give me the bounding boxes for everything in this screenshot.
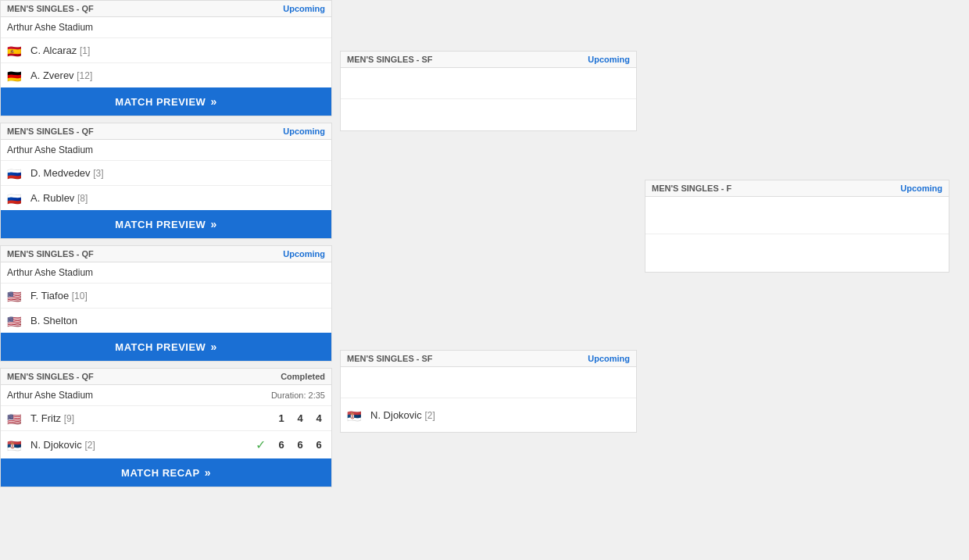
player-5-name: F. Tiafoe [10]	[30, 290, 325, 301]
btn-arrows-4: »	[205, 466, 211, 479]
score-8-2: 6	[294, 439, 306, 451]
sf2-status: Upcoming	[588, 354, 630, 363]
player-4-name: A. Rublev [8]	[30, 192, 325, 204]
f1-round: MEN'S SINGLES - F	[652, 184, 731, 193]
match-1-round: MEN'S SINGLES - QF	[7, 4, 94, 13]
qf-match-4: MEN'S SINGLES - QF Completed Arthur Ashe…	[0, 368, 332, 487]
match-1-player-1: 🇪🇸 C. Alcaraz [1]	[1, 38, 331, 63]
flag-us-3: 🇺🇸	[7, 413, 24, 424]
f1-player-2	[645, 234, 949, 272]
f1-players	[645, 196, 949, 273]
match-4-player-2: 🇷🇸 N. Djokovic [2] ✓ 6 6 6	[1, 431, 331, 458]
player-7-name: T. Fritz [9]	[30, 412, 269, 424]
sf1-status: Upcoming	[588, 55, 630, 64]
btn-arrows-3: »	[210, 341, 216, 353]
sf2-p2-seed: [2]	[424, 410, 434, 421]
sf1-players	[340, 67, 637, 131]
match-3-status: Upcoming	[283, 249, 325, 259]
sf1-player-2	[341, 99, 636, 130]
score-7-3: 4	[313, 412, 325, 424]
match-4-duration: Duration: 2:35	[271, 391, 325, 400]
flag-us-1: 🇺🇸	[7, 291, 24, 301]
match-4-venue-row: Arthur Ashe Stadium Duration: 2:35	[1, 385, 331, 406]
middle-column: MEN'S SINGLES - SF Upcoming	[332, 8, 637, 494]
sf2-header: MEN'S SINGLES - SF Upcoming	[340, 350, 637, 366]
sf2-p2-name: N. Djokovic [2]	[370, 409, 630, 421]
match-1-btn-label: MATCH PREVIEW	[115, 96, 206, 108]
match-4-venue: Arthur Ashe Stadium	[7, 390, 93, 401]
player-5-seed: [10]	[72, 291, 88, 301]
match-2-player-2: 🇷🇺 A. Rublev [8]	[1, 186, 331, 210]
sf1-player-1	[341, 68, 636, 99]
match-2-header: MEN'S SINGLES - QF Upcoming	[1, 123, 331, 140]
match-1-header: MEN'S SINGLES - QF Upcoming	[1, 1, 331, 17]
player-8-scores: 6 6 6	[275, 439, 325, 451]
flag-de-1: 🇩🇪	[7, 70, 24, 81]
match-2-status: Upcoming	[283, 127, 325, 136]
sf2-players: 🇷🇸 N. Djokovic [2]	[340, 366, 637, 433]
player-7-seed: [9]	[64, 413, 74, 424]
match-3-btn-label: MATCH PREVIEW	[115, 341, 206, 353]
player-8-seed: [2]	[84, 440, 95, 451]
match-1-status: Upcoming	[283, 4, 325, 13]
player-7-scores: 1 4 4	[275, 412, 325, 424]
sf1-round: MEN'S SINGLES - SF	[347, 55, 433, 64]
match-3-round: MEN'S SINGLES - QF	[7, 249, 94, 259]
match-2-player-1: 🇷🇺 D. Medvedev [3]	[1, 161, 331, 186]
match-2-btn-label: MATCH PREVIEW	[115, 219, 206, 230]
player-4-seed: [8]	[77, 193, 88, 204]
match-2-round: MEN'S SINGLES - QF	[7, 127, 94, 136]
flag-rs-sf2: 🇷🇸	[347, 410, 364, 421]
match-3-player-1: 🇺🇸 F. Tiafoe [10]	[1, 284, 331, 309]
match-2-preview-button[interactable]: MATCH PREVIEW »	[1, 210, 331, 238]
f1-status: Upcoming	[900, 184, 942, 193]
btn-arrows-2: »	[210, 218, 216, 230]
score-7-2: 4	[294, 412, 306, 424]
flag-us-2: 🇺🇸	[7, 316, 24, 326]
match-1-venue-row: Arthur Ashe Stadium	[1, 17, 331, 38]
winner-check-icon: ✓	[256, 437, 266, 452]
player-3-name: D. Medvedev [3]	[30, 167, 325, 179]
match-2-venue: Arthur Ashe Stadium	[7, 144, 93, 155]
btn-arrows-1: »	[210, 95, 216, 108]
bracket-area: MEN'S SINGLES - SF Upcoming	[332, 0, 969, 494]
player-8-name: N. Djokovic [2]	[30, 439, 249, 451]
player-2-seed: [12]	[77, 70, 92, 81]
match-3-player-2: 🇺🇸 B. Shelton	[1, 309, 331, 333]
flag-ru-1: 🇷🇺	[7, 168, 24, 179]
player-2-name: A. Zverev [12]	[30, 70, 325, 81]
f1-player-1	[645, 197, 949, 234]
match-4-recap-button[interactable]: MATCH RECAP »	[1, 458, 331, 487]
page-layout: MEN'S SINGLES - QF Upcoming Arthur Ashe …	[0, 0, 969, 494]
sf2-round: MEN'S SINGLES - SF	[347, 354, 433, 363]
sf2-block: MEN'S SINGLES - SF Upcoming 🇷🇸 N. Djokov…	[340, 350, 637, 433]
match-3-preview-button[interactable]: MATCH PREVIEW »	[1, 333, 331, 361]
match-4-status: Completed	[281, 372, 325, 381]
match-1-player-2: 🇩🇪 A. Zverev [12]	[1, 63, 331, 87]
qf-match-3: MEN'S SINGLES - QF Upcoming Arthur Ashe …	[0, 245, 332, 362]
sf1-block: MEN'S SINGLES - SF Upcoming	[340, 51, 637, 131]
match-1-venue: Arthur Ashe Stadium	[7, 22, 93, 33]
match-4-player-1: 🇺🇸 T. Fritz [9] 1 4 4	[1, 406, 331, 431]
flag-ru-2: 🇷🇺	[7, 193, 24, 204]
sf2-player-2: 🇷🇸 N. Djokovic [2]	[341, 398, 636, 432]
match-3-header: MEN'S SINGLES - QF Upcoming	[1, 246, 331, 262]
score-8-1: 6	[275, 439, 288, 451]
sf1-header: MEN'S SINGLES - SF Upcoming	[340, 51, 637, 67]
score-7-1: 1	[275, 412, 288, 424]
right-column: MEN'S SINGLES - F Upcoming	[637, 8, 949, 494]
f1-header: MEN'S SINGLES - F Upcoming	[645, 180, 949, 196]
left-column: MEN'S SINGLES - QF Upcoming Arthur Ashe …	[0, 0, 332, 494]
match-4-round: MEN'S SINGLES - QF	[7, 372, 94, 381]
qf-match-1: MEN'S SINGLES - QF Upcoming Arthur Ashe …	[0, 0, 332, 116]
match-2-venue-row: Arthur Ashe Stadium	[1, 140, 331, 161]
match-3-venue-row: Arthur Ashe Stadium	[1, 262, 331, 284]
match-1-preview-button[interactable]: MATCH PREVIEW »	[1, 87, 331, 116]
player-1-seed: [1]	[80, 45, 90, 56]
player-3-seed: [3]	[93, 168, 103, 179]
qf-match-2: MEN'S SINGLES - QF Upcoming Arthur Ashe …	[0, 123, 332, 239]
score-8-3: 6	[313, 439, 325, 451]
match-3-venue: Arthur Ashe Stadium	[7, 267, 93, 278]
player-6-name: B. Shelton	[30, 315, 325, 326]
f1-block: MEN'S SINGLES - F Upcoming	[645, 180, 949, 273]
